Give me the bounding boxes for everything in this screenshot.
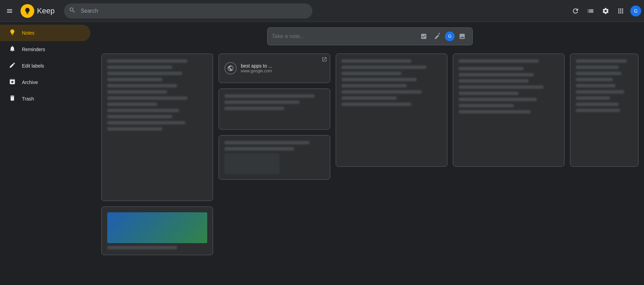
layout-button[interactable] bbox=[584, 4, 597, 18]
note-content-2 bbox=[224, 94, 324, 110]
app-header: Keep G bbox=[0, 0, 644, 22]
logo-icon bbox=[21, 4, 34, 18]
sidebar-edit-labels-label: Edit labels bbox=[22, 63, 44, 69]
sidebar-notes-label: Notes bbox=[22, 30, 35, 36]
notes-icon bbox=[8, 29, 16, 37]
notes-column-2: best apps to ... www.google.com bbox=[219, 54, 330, 180]
refresh-button[interactable] bbox=[569, 4, 582, 18]
search-bar[interactable] bbox=[64, 3, 312, 19]
main-layout: Notes Reminders Edit labels bbox=[0, 22, 644, 285]
apps-button[interactable] bbox=[614, 4, 628, 18]
note-card-3[interactable] bbox=[219, 135, 330, 180]
notes-column-3 bbox=[336, 54, 447, 167]
sidebar-trash-label: Trash bbox=[22, 96, 34, 102]
sidebar-item-archive[interactable]: Archive bbox=[0, 74, 90, 91]
note-input-bar[interactable]: G bbox=[267, 27, 473, 45]
sidebar-archive-label: Archive bbox=[22, 80, 38, 85]
note-card-6[interactable] bbox=[570, 54, 639, 167]
notes-grid: best apps to ... www.google.com bbox=[101, 54, 639, 255]
note-link-title: best apps to ... bbox=[241, 63, 324, 69]
notes-column-5 bbox=[570, 54, 639, 167]
collaborator-avatar: G bbox=[445, 32, 455, 41]
note-content-5 bbox=[459, 59, 559, 114]
account-avatar[interactable]: G bbox=[630, 5, 641, 16]
app-name: Keep bbox=[37, 7, 54, 15]
new-list-button[interactable] bbox=[418, 30, 430, 43]
add-image-button[interactable] bbox=[456, 30, 468, 43]
note-input-actions: G bbox=[418, 30, 468, 43]
note-link-content: best apps to ... www.google.com bbox=[224, 58, 324, 79]
link-globe-icon bbox=[224, 62, 237, 74]
settings-button[interactable] bbox=[599, 4, 612, 18]
note-content-lines bbox=[107, 59, 207, 131]
note-content-4 bbox=[342, 59, 442, 106]
note-content-3 bbox=[224, 141, 324, 174]
sidebar-item-trash[interactable]: Trash bbox=[0, 91, 90, 107]
note-image-text bbox=[107, 246, 207, 249]
trash-icon bbox=[8, 95, 16, 103]
note-card-4[interactable] bbox=[336, 54, 447, 167]
note-card-2[interactable] bbox=[219, 88, 330, 130]
sidebar-item-edit-labels[interactable]: Edit labels bbox=[0, 58, 90, 74]
search-icon bbox=[69, 7, 76, 15]
main-content: G bbox=[96, 22, 644, 285]
note-card-1[interactable] bbox=[101, 54, 213, 201]
note-link-card[interactable]: best apps to ... www.google.com bbox=[219, 54, 330, 83]
app-logo[interactable]: Keep bbox=[21, 4, 54, 18]
edit-labels-icon bbox=[8, 62, 16, 70]
notes-column-1 bbox=[101, 54, 213, 255]
external-link-icon bbox=[322, 57, 327, 63]
note-card-5[interactable] bbox=[453, 54, 565, 167]
notes-column-4 bbox=[453, 54, 565, 167]
sidebar-item-notes[interactable]: Notes bbox=[0, 25, 90, 41]
archive-icon bbox=[8, 78, 16, 87]
sidebar-item-reminders[interactable]: Reminders bbox=[0, 41, 90, 58]
menu-button[interactable] bbox=[3, 4, 16, 18]
search-input[interactable] bbox=[64, 3, 312, 19]
sidebar-reminders-label: Reminders bbox=[22, 47, 45, 52]
note-link-info: best apps to ... www.google.com bbox=[241, 63, 324, 73]
note-content-6 bbox=[576, 59, 633, 112]
sidebar: Notes Reminders Edit labels bbox=[0, 22, 96, 285]
draw-note-button[interactable] bbox=[431, 30, 444, 43]
note-card-image-1[interactable] bbox=[101, 206, 213, 255]
note-link-url: www.google.com bbox=[241, 69, 324, 73]
note-input[interactable] bbox=[272, 33, 418, 39]
reminders-icon bbox=[8, 45, 16, 54]
header-actions: G bbox=[569, 4, 641, 18]
